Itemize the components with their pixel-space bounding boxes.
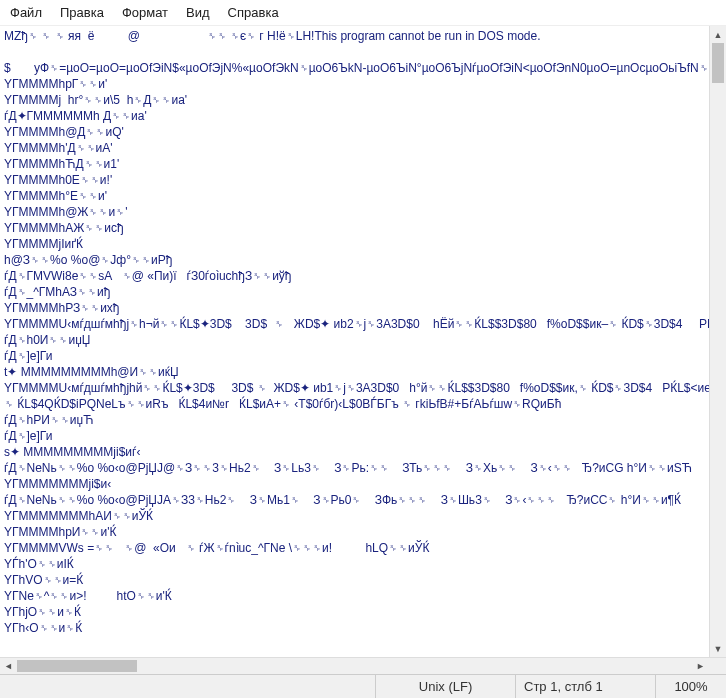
menu-edit[interactable]: Правка [60,5,104,20]
editor-area: MZђ␠ ␠ ␠ яя ё @ ␠␠ ␠є␠ г H!ё␠LH!This pro… [0,26,726,657]
scroll-up-arrow-icon[interactable]: ▲ [710,26,726,43]
status-zoom: 100% [656,675,726,698]
vertical-scrollbar[interactable]: ▲ ▼ [709,26,726,657]
menu-view[interactable]: Вид [186,5,210,20]
status-spacer [0,675,376,698]
menu-format[interactable]: Формат [122,5,168,20]
scroll-right-arrow-icon[interactable]: ► [692,658,709,674]
menu-bar: Файл Правка Формат Вид Справка [0,0,726,26]
scroll-track[interactable] [710,43,726,640]
status-position: Стр 1, стлб 1 [516,675,656,698]
scroll-thumb[interactable] [17,660,137,672]
horizontal-scrollbar[interactable]: ◄ ► [0,657,726,674]
status-encoding: Unix (LF) [376,675,516,698]
status-bar: Unix (LF) Стр 1, стлб 1 100% [0,674,726,698]
menu-file[interactable]: Файл [10,5,42,20]
scroll-left-arrow-icon[interactable]: ◄ [0,658,17,674]
menu-help[interactable]: Справка [228,5,279,20]
scrollbar-corner [709,658,726,674]
scroll-down-arrow-icon[interactable]: ▼ [710,640,726,657]
scroll-track[interactable] [17,658,692,674]
scroll-thumb[interactable] [712,43,724,83]
text-editor[interactable]: MZђ␠ ␠ ␠ яя ё @ ␠␠ ␠є␠ г H!ё␠LH!This pro… [0,26,709,657]
